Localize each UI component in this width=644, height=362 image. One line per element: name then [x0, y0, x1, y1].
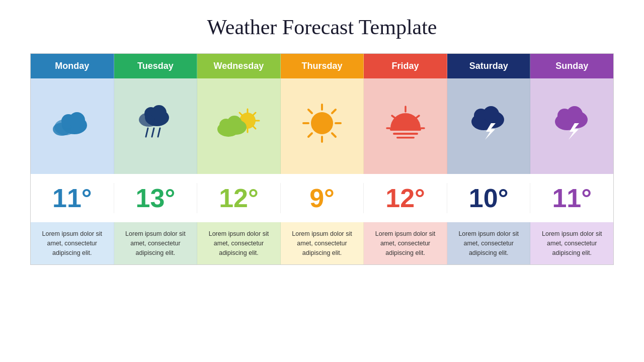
desc-cell-sunday: Lorem ipsum dolor sit amet, consectetur … — [530, 222, 613, 264]
icon-cell-wednesday — [197, 78, 281, 174]
svg-line-17 — [239, 113, 242, 115]
svg-point-8 — [151, 105, 167, 120]
header-cell-monday: Monday — [31, 54, 114, 78]
weather-icon-monday — [49, 103, 95, 149]
desc-cell-monday: Lorem ipsum dolor sit amet, consectetur … — [31, 222, 114, 264]
svg-line-9 — [146, 128, 148, 137]
desc-cell-saturday: Lorem ipsum dolor sit amet, consectetur … — [447, 222, 531, 264]
icon-row — [31, 78, 613, 174]
svg-line-33 — [308, 133, 312, 137]
temp-row: 11°13°12°9°12°10°11° — [31, 174, 613, 222]
svg-point-25 — [311, 112, 333, 134]
svg-rect-35 — [393, 133, 418, 135]
temp-cell-monday: 11° — [31, 183, 114, 213]
svg-line-32 — [332, 110, 336, 113]
header-row: MondayTuesdayWednesdayThursdayFridaySatu… — [31, 54, 613, 78]
temp-cell-saturday: 10° — [447, 183, 531, 213]
page-title: Weather Forecast Template — [207, 15, 437, 39]
forecast-table: MondayTuesdayWednesdayThursdayFridaySatu… — [30, 53, 614, 265]
desc-cell-thursday: Lorem ipsum dolor sit amet, consectetur … — [281, 222, 364, 264]
icon-cell-saturday — [447, 78, 531, 174]
desc-cell-friday: Lorem ipsum dolor sit amet, consectetur … — [364, 222, 447, 264]
weather-icon-wednesday — [213, 103, 264, 149]
svg-line-19 — [253, 113, 256, 115]
weather-icon-sunday — [549, 101, 595, 152]
svg-line-30 — [308, 110, 312, 113]
temp-cell-wednesday: 12° — [197, 183, 281, 213]
icon-cell-tuesday — [114, 78, 198, 174]
desc-row: Lorem ipsum dolor sit amet, consectetur … — [31, 222, 613, 264]
svg-line-31 — [332, 133, 336, 137]
weather-icon-thursday — [299, 101, 345, 152]
temp-cell-tuesday: 13° — [114, 183, 198, 213]
icon-cell-thursday — [281, 78, 364, 174]
svg-point-50 — [567, 106, 583, 122]
svg-line-10 — [152, 128, 154, 137]
header-cell-saturday: Saturday — [447, 54, 531, 78]
svg-point-4 — [69, 112, 85, 128]
weather-icon-friday — [383, 101, 428, 152]
header-cell-sunday: Sunday — [530, 54, 613, 78]
weather-icon-tuesday — [133, 101, 178, 152]
header-cell-wednesday: Wednesday — [197, 54, 281, 78]
svg-line-11 — [158, 128, 160, 137]
svg-line-18 — [253, 126, 256, 129]
temp-cell-friday: 12° — [364, 183, 447, 213]
desc-cell-tuesday: Lorem ipsum dolor sit amet, consectetur … — [114, 222, 198, 264]
svg-rect-34 — [390, 128, 421, 131]
icon-cell-monday — [31, 78, 114, 174]
temp-cell-thursday: 9° — [281, 183, 364, 213]
svg-line-38 — [392, 116, 396, 119]
icon-cell-sunday — [530, 78, 613, 174]
svg-line-39 — [415, 116, 419, 119]
header-cell-tuesday: Tuesday — [114, 54, 198, 78]
header-cell-thursday: Thursday — [281, 54, 364, 78]
page: Weather Forecast Template MondayTuesdayW… — [0, 0, 644, 362]
weather-icon-saturday — [466, 101, 511, 152]
desc-cell-wednesday: Lorem ipsum dolor sit amet, consectetur … — [197, 222, 281, 264]
svg-rect-36 — [396, 137, 415, 139]
svg-point-24 — [227, 116, 242, 131]
svg-point-45 — [483, 106, 499, 122]
temp-cell-sunday: 11° — [530, 183, 613, 213]
icon-cell-friday — [364, 78, 447, 174]
header-cell-friday: Friday — [364, 54, 447, 78]
